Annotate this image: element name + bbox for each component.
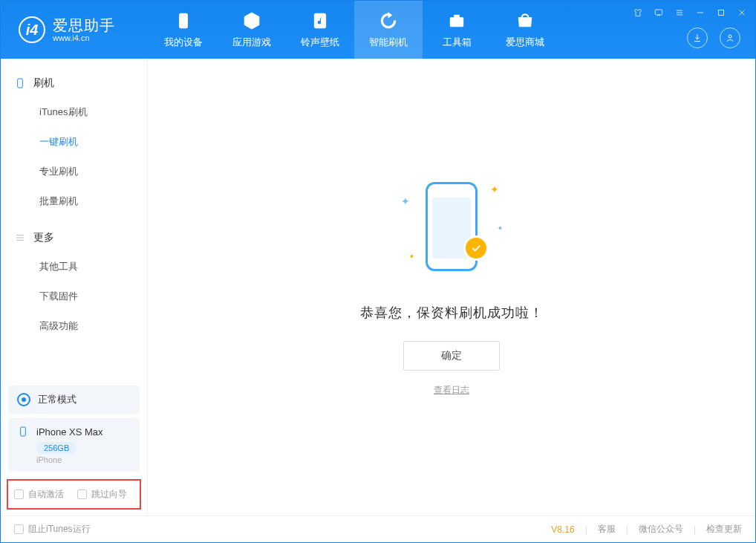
nav-tab-ringtones[interactable]: 铃声壁纸 <box>286 1 354 59</box>
sidebar-bottom: 正常模式 iPhone XS Max 256GB iPhone 自动激活 <box>1 386 147 516</box>
checkbox-icon <box>14 490 24 499</box>
maximize-icon[interactable] <box>715 7 727 19</box>
sidebar: 刷机 iTunes刷机 一键刷机 专业刷机 批量刷机 更多 其他工具 下载固件 … <box>1 59 148 516</box>
logo: i4 爱思助手 www.i4.cn <box>1 16 149 43</box>
sidebar-item-advanced[interactable]: 高级功能 <box>1 311 147 341</box>
sidebar-group-more: 更多 <box>1 224 147 252</box>
mode-label: 正常模式 <box>38 393 76 406</box>
svg-rect-3 <box>454 15 460 17</box>
sidebar-item-itunes-flash[interactable]: iTunes刷机 <box>1 97 147 127</box>
nav-tab-my-device[interactable]: 我的设备 <box>149 1 218 59</box>
svg-rect-0 <box>180 13 188 28</box>
confirm-button[interactable]: 确定 <box>403 341 500 371</box>
customer-service-link[interactable]: 客服 <box>598 523 616 536</box>
music-file-icon <box>310 10 330 31</box>
svg-point-6 <box>729 35 731 38</box>
checkbox-block-itunes[interactable]: 阻止iTunes运行 <box>14 523 91 536</box>
svg-rect-4 <box>655 10 662 15</box>
minimize-icon[interactable] <box>694 7 706 19</box>
sidebar-item-other-tools[interactable]: 其他工具 <box>1 252 147 282</box>
header: i4 爱思助手 www.i4.cn 我的设备 应用游戏 铃声壁纸 智能刷机 <box>1 1 755 59</box>
nav-label: 爱思商城 <box>506 36 544 49</box>
menu-icon[interactable] <box>674 7 685 19</box>
user-icon[interactable] <box>720 27 740 48</box>
download-icon[interactable] <box>687 27 708 48</box>
wechat-link[interactable]: 微信公众号 <box>639 523 683 536</box>
nav-label: 我的设备 <box>164 36 203 49</box>
logo-icon: i4 <box>19 16 45 43</box>
nav-tab-toolbox[interactable]: 工具箱 <box>423 1 491 59</box>
app-title: 爱思助手 <box>53 17 115 33</box>
version-label: V8.16 <box>551 524 574 535</box>
nav-tab-apps[interactable]: 应用游戏 <box>218 1 286 59</box>
window-controls <box>632 7 748 19</box>
body: 刷机 iTunes刷机 一键刷机 专业刷机 批量刷机 更多 其他工具 下载固件 … <box>1 59 755 516</box>
nav-tab-store[interactable]: 爱思商城 <box>491 1 559 59</box>
checkbox-icon <box>77 490 87 499</box>
header-right-actions <box>687 27 740 48</box>
toolbox-icon <box>446 10 467 31</box>
checkbox-icon <box>14 524 24 534</box>
cube-icon <box>241 10 262 31</box>
sparkle-icon: • <box>498 222 502 234</box>
device-name: iPhone XS Max <box>36 426 103 438</box>
sparkle-icon: ✦ <box>401 195 410 207</box>
nav-tab-smart-flash[interactable]: 智能刷机 <box>354 1 423 59</box>
checkbox-auto-activate[interactable]: 自动激活 <box>14 488 64 501</box>
close-icon[interactable] <box>736 7 748 19</box>
store-icon <box>515 10 535 31</box>
nav-label: 铃声壁纸 <box>301 36 339 49</box>
sidebar-item-oneclick-flash[interactable]: 一键刷机 <box>1 127 147 157</box>
checkbox-skip-guide[interactable]: 跳过向导 <box>77 488 127 501</box>
highlighted-options: 自动激活 跳过向导 <box>7 479 141 510</box>
view-log-link[interactable]: 查看日志 <box>434 384 469 397</box>
svg-rect-2 <box>450 18 463 27</box>
device-type: iPhone <box>36 455 131 464</box>
phone-small-icon <box>17 426 29 438</box>
refresh-shield-icon <box>378 10 399 31</box>
sparkle-icon: • <box>410 250 414 262</box>
nav-label: 工具箱 <box>443 36 472 49</box>
sidebar-group-flash: 刷机 <box>1 69 147 97</box>
svg-rect-7 <box>18 79 23 88</box>
check-update-link[interactable]: 检查更新 <box>706 523 742 536</box>
main-content: ✦ ✦ • • 恭喜您，保资料刷机成功啦！ 确定 查看日志 <box>148 59 755 516</box>
svg-rect-5 <box>719 10 724 16</box>
phone-icon <box>173 10 194 31</box>
mode-status-icon <box>17 393 30 406</box>
nav-label: 智能刷机 <box>369 36 408 49</box>
mode-box[interactable]: 正常模式 <box>8 386 140 414</box>
nav-tabs: 我的设备 应用游戏 铃声壁纸 智能刷机 工具箱 爱思商城 <box>149 1 559 59</box>
device-box[interactable]: iPhone XS Max 256GB iPhone <box>8 418 140 472</box>
sidebar-item-download-firmware[interactable]: 下载固件 <box>1 282 147 311</box>
sparkle-icon: ✦ <box>490 183 499 195</box>
device-storage: 256GB <box>36 442 76 454</box>
list-icon <box>14 232 26 244</box>
success-illustration: ✦ ✦ • • <box>400 178 504 282</box>
device-icon <box>14 77 26 89</box>
sidebar-item-batch-flash[interactable]: 批量刷机 <box>1 186 147 216</box>
app-window: i4 爱思助手 www.i4.cn 我的设备 应用游戏 铃声壁纸 智能刷机 <box>0 0 756 543</box>
app-subtitle: www.i4.cn <box>53 33 115 42</box>
skin-icon[interactable] <box>632 7 644 19</box>
success-message: 恭喜您，保资料刷机成功啦！ <box>360 304 544 322</box>
nav-label: 应用游戏 <box>232 36 271 49</box>
footer: 阻止iTunes运行 V8.16 | 客服 | 微信公众号 | 检查更新 <box>1 516 755 542</box>
sidebar-item-pro-flash[interactable]: 专业刷机 <box>1 157 147 186</box>
svg-rect-8 <box>21 427 26 436</box>
feedback-icon[interactable] <box>653 7 665 19</box>
check-badge-icon <box>463 235 489 261</box>
